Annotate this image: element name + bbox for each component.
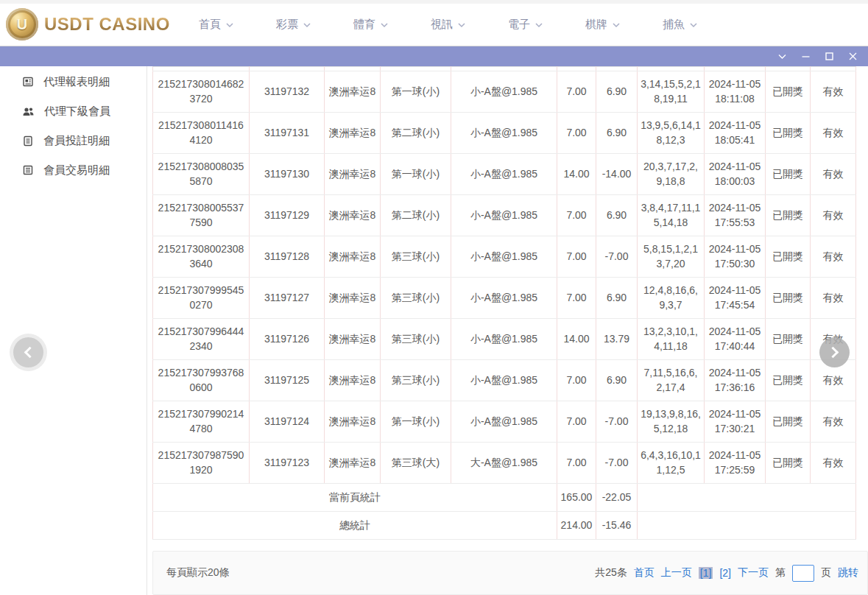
- cell-play-type: 第三球(小): [381, 278, 451, 319]
- summary-label: 當前頁統計: [153, 484, 557, 512]
- nav-label: 體育: [353, 18, 375, 32]
- nav-label: 電子: [508, 18, 530, 32]
- cell-winloss: 6.90: [596, 195, 638, 236]
- minimize-icon[interactable]: [800, 51, 811, 62]
- cell-validity: 有效: [811, 236, 856, 278]
- summary-row-total: 總統計 214.00 -15.46: [153, 512, 856, 540]
- maximize-icon[interactable]: [824, 51, 835, 62]
- summary-amount: 214.00: [557, 512, 596, 540]
- cell-bet-content: 小-A盤@1.985: [451, 195, 557, 236]
- users-icon: [22, 106, 35, 117]
- cell-bet-id: 31197125: [250, 360, 325, 401]
- cell-amount: 7.00: [557, 443, 596, 484]
- sidebar-item-label: 代理報表明細: [43, 75, 110, 89]
- nav-label: 視訊: [431, 18, 453, 32]
- table-row: 2152173080055377590 31197129 澳洲幸运8 第二球(小…: [153, 195, 856, 236]
- cell-bet-content: 小-A盤@1.985: [451, 71, 557, 113]
- report-icon: [22, 76, 34, 88]
- cell-amount: 7.00: [557, 401, 596, 443]
- sidebar-item-member-bets[interactable]: 會員投註明細: [0, 126, 147, 155]
- cell-result-numbers: 20,3,7,17,2,9,18,8: [638, 154, 705, 195]
- table-row: 2152173080023083640 31197128 澳洲幸运8 第三球(小…: [153, 236, 856, 278]
- cell-bet-content: 小-A盤@1.985: [451, 360, 557, 401]
- cell-winloss: -7.00: [596, 401, 638, 443]
- cell-winloss: 6.90: [596, 278, 638, 319]
- close-icon[interactable]: [847, 51, 858, 62]
- page-size-text: 每頁顯示20條: [166, 566, 230, 580]
- jump-page-input[interactable]: [792, 565, 814, 582]
- table-row: 2152173079875901920 31197123 澳洲幸运8 第三球(大…: [153, 443, 856, 484]
- nav-label: 彩票: [276, 18, 298, 32]
- sidebar: 代理報表明細 代理下級會員 會員投註明細 會員交易明細: [0, 66, 147, 595]
- cell-bet-content: 小-A盤@1.985: [451, 278, 557, 319]
- table-row: 2152173079995450270 31197127 澳洲幸运8 第三球(小…: [153, 278, 856, 319]
- nav-item-video[interactable]: 視訊: [431, 18, 466, 32]
- cell-winloss: -14.00: [596, 154, 638, 195]
- cell-bet-id: 31197126: [250, 319, 325, 360]
- next-page-link[interactable]: 下一页: [738, 566, 769, 580]
- cell-amount: 7.00: [557, 236, 596, 278]
- cell-time: 2024-11-05 17:50:30: [705, 236, 766, 278]
- sidebar-item-agent-members[interactable]: 代理下級會員: [0, 96, 147, 126]
- cell-result-numbers: 3,8,4,17,11,15,14,18: [638, 195, 705, 236]
- bet-table: 2152173080146823720 31197132 澳洲幸运8 第一球(小…: [152, 66, 856, 540]
- cell-winloss: -7.00: [596, 236, 638, 278]
- page-number-1[interactable]: [1]: [699, 567, 713, 579]
- cell-validity: 有效: [811, 71, 856, 113]
- cell-validity: 有效: [811, 443, 856, 484]
- nav-item-fishing[interactable]: 捕魚: [663, 18, 698, 32]
- nav-item-lottery[interactable]: 彩票: [276, 18, 311, 32]
- cell-bet-content: 小-A盤@1.985: [451, 113, 557, 154]
- prev-page-link[interactable]: 上一页: [661, 566, 692, 580]
- sidebar-item-agent-report[interactable]: 代理報表明細: [0, 67, 147, 96]
- cell-status: 已開獎: [766, 401, 811, 443]
- cell-order-no: 2152173080080355870: [153, 154, 250, 195]
- scroll-right-button[interactable]: [819, 337, 850, 367]
- nav-item-slots[interactable]: 電子: [508, 18, 543, 32]
- cell-game: 澳洲幸运8: [325, 71, 381, 113]
- scroll-left-button[interactable]: [13, 337, 43, 367]
- cell-bet-content: 小-A盤@1.985: [451, 154, 557, 195]
- cell-status: 已開獎: [766, 443, 811, 484]
- cell-result-numbers: 6,4,3,16,10,11,12,5: [638, 443, 705, 484]
- cell-play-type: 第二球(小): [381, 195, 451, 236]
- nav-item-home[interactable]: 首頁: [199, 18, 234, 32]
- cell-result-numbers: 19,13,9,8,16,5,12,18: [638, 401, 705, 443]
- cell-game: 澳洲幸运8: [325, 278, 381, 319]
- cell-play-type: 第三球(小): [381, 319, 451, 360]
- cell-result-numbers: 12,4,8,16,6,9,3,7: [638, 278, 705, 319]
- cell-validity: 有效: [811, 154, 856, 195]
- summary-amount: 165.00: [557, 484, 596, 512]
- cell-order-no: 2152173079937680600: [153, 360, 250, 401]
- chevron-down-icon: [225, 22, 234, 28]
- page-number-2[interactable]: [2]: [719, 567, 731, 579]
- cell-order-no: 2152173079875901920: [153, 443, 250, 484]
- summary-winloss: -22.05: [596, 484, 638, 512]
- table-row: 2152173079902144780 31197124 澳洲幸运8 第一球(小…: [153, 401, 856, 443]
- nav-label: 首頁: [199, 18, 221, 32]
- jump-link[interactable]: 跳转: [838, 566, 858, 580]
- cell-time: 2024-11-05 17:30:21: [705, 401, 766, 443]
- summary-filler: [638, 484, 856, 512]
- first-page-link[interactable]: 首页: [634, 566, 654, 580]
- nav-item-cards[interactable]: 棋牌: [585, 18, 621, 32]
- summary-filler: [638, 512, 856, 540]
- cell-time: 2024-11-05 17:25:59: [705, 443, 766, 484]
- summary-label: 總統計: [153, 512, 557, 540]
- cell-time: 2024-11-05 17:40:44: [705, 319, 766, 360]
- nav-item-sports[interactable]: 體育: [353, 18, 389, 32]
- sidebar-item-member-transactions[interactable]: 會員交易明細: [0, 155, 147, 185]
- cell-order-no: 2152173080023083640: [153, 236, 250, 278]
- content-area: 代理報表明細 代理下級會員 會員投註明細 會員交易明細: [0, 66, 868, 595]
- cell-amount: 7.00: [557, 278, 596, 319]
- chevron-down-icon: [457, 22, 466, 28]
- cell-order-no: 2152173079995450270: [153, 278, 250, 319]
- table-row: 2152173080080355870 31197130 澳洲幸运8 第一球(小…: [153, 154, 856, 195]
- cell-bet-id: 31197123: [250, 443, 325, 484]
- collapse-icon[interactable]: [777, 51, 788, 62]
- bet-table-body: 2152173080146823720 31197132 澳洲幸运8 第一球(小…: [153, 67, 856, 484]
- cell-bet-id: 31197128: [250, 236, 325, 278]
- cell-winloss: 6.90: [596, 113, 638, 154]
- cell-status: 已開獎: [766, 236, 811, 278]
- cell-result-numbers: 3,14,15,5,2,18,19,11: [638, 71, 705, 113]
